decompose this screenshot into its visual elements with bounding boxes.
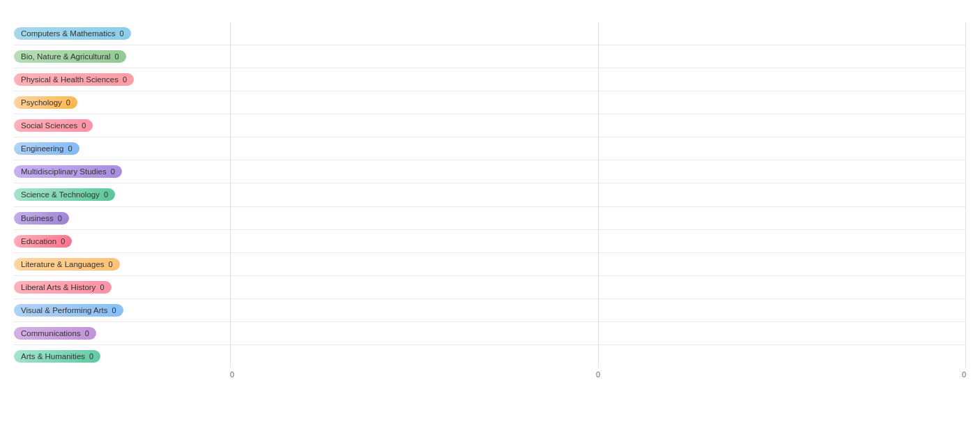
bar-label-education: Education	[21, 237, 56, 245]
bar-label-bio: Bio, Nature & Agricultural	[21, 52, 110, 61]
label-area: Multidisciplinary Studies0	[14, 165, 230, 178]
bar-pill-communications: Communications0	[14, 327, 96, 340]
bar-label-arts: Arts & Humanities	[21, 352, 85, 361]
bar-pill-psychology: Psychology0	[14, 96, 77, 109]
bar-label-liberal: Liberal Arts & History	[21, 283, 95, 291]
bar-row: Liberal Arts & History0	[14, 276, 966, 299]
x-label-1: 0	[475, 370, 721, 379]
bar-segment-liberal	[230, 278, 966, 297]
bar-row: Social Sciences0	[14, 114, 966, 137]
bar-label-science: Science & Technology	[21, 190, 100, 199]
bar-value-communications: 0	[85, 329, 89, 337]
bar-pill-education: Education0	[14, 235, 72, 248]
bar-segment-literature	[230, 255, 966, 274]
label-area: Communications0	[14, 327, 230, 340]
label-area: Bio, Nature & Agricultural0	[14, 50, 230, 63]
bar-segment-computers	[230, 24, 966, 43]
bar-segment-psychology	[230, 93, 966, 112]
bar-segment-physical	[230, 70, 966, 89]
bar-value-arts: 0	[89, 352, 93, 361]
bar-pill-physical: Physical & Health Sciences0	[14, 73, 134, 86]
bar-row: Literature & Languages0	[14, 253, 966, 276]
bar-row: Engineering0	[14, 137, 966, 160]
bar-segment-social	[230, 116, 966, 135]
bar-label-computers: Computers & Mathematics	[21, 29, 116, 38]
label-area: Education0	[14, 235, 230, 248]
chart-container: Computers & Mathematics0Bio, Nature & Ag…	[0, 0, 980, 440]
bar-label-multidisciplinary: Multidisciplinary Studies	[21, 167, 107, 176]
bar-segment-arts	[230, 347, 966, 366]
bar-segment-bio	[230, 47, 966, 66]
bar-label-psychology: Psychology	[21, 98, 62, 107]
bar-row: Multidisciplinary Studies0	[14, 160, 966, 183]
label-area: Liberal Arts & History0	[14, 281, 230, 294]
bar-value-science: 0	[104, 190, 108, 199]
rows-container: Computers & Mathematics0Bio, Nature & Ag…	[14, 22, 966, 367]
bar-label-visual: Visual & Performing Arts	[21, 306, 107, 314]
bar-segment-visual	[230, 301, 966, 320]
chart-area: Computers & Mathematics0Bio, Nature & Ag…	[14, 22, 966, 379]
bar-pill-science: Science & Technology0	[14, 188, 115, 201]
bar-label-engineering: Engineering	[21, 144, 63, 153]
bar-pill-liberal: Liberal Arts & History0	[14, 281, 112, 294]
bar-pill-visual: Visual & Performing Arts0	[14, 304, 123, 317]
x-label-2: 0	[721, 370, 966, 379]
bar-label-business: Business	[21, 214, 54, 222]
bar-row: Physical & Health Sciences0	[14, 68, 966, 91]
label-area: Arts & Humanities0	[14, 350, 230, 363]
bar-value-literature: 0	[109, 260, 113, 268]
bar-row: Arts & Humanities0	[14, 345, 966, 367]
bar-pill-computers: Computers & Mathematics0	[14, 27, 131, 40]
bar-pill-bio: Bio, Nature & Agricultural0	[14, 50, 126, 63]
bar-label-communications: Communications	[21, 329, 81, 337]
label-area: Visual & Performing Arts0	[14, 304, 230, 317]
label-area: Computers & Mathematics0	[14, 27, 230, 40]
bar-segment-multidisciplinary	[230, 162, 966, 181]
bar-value-engineering: 0	[68, 144, 72, 153]
bar-pill-engineering: Engineering0	[14, 142, 79, 155]
bar-value-bio: 0	[114, 52, 118, 61]
bar-value-liberal: 0	[100, 283, 104, 291]
bar-value-computers: 0	[120, 29, 124, 38]
bar-value-multidisciplinary: 0	[111, 167, 115, 176]
bar-row: Computers & Mathematics0	[14, 22, 966, 45]
bar-row: Bio, Nature & Agricultural0	[14, 45, 966, 68]
bar-segment-engineering	[230, 139, 966, 158]
bar-row: Psychology0	[14, 91, 966, 114]
bar-label-literature: Literature & Languages	[21, 260, 105, 268]
bar-segment-business	[230, 208, 966, 228]
label-area: Literature & Languages0	[14, 258, 230, 271]
bar-pill-social: Social Sciences0	[14, 119, 93, 132]
bar-value-psychology: 0	[66, 98, 70, 107]
bar-label-social: Social Sciences	[21, 121, 77, 130]
bar-pill-literature: Literature & Languages0	[14, 258, 120, 271]
bar-row: Visual & Performing Arts0	[14, 299, 966, 322]
bar-value-physical: 0	[123, 75, 127, 84]
bar-segment-science	[230, 185, 966, 204]
bar-row: Education0	[14, 230, 966, 253]
grid-area: Computers & Mathematics0Bio, Nature & Ag…	[14, 22, 966, 367]
bar-value-education: 0	[61, 237, 65, 245]
bar-value-social: 0	[82, 121, 86, 130]
label-area: Psychology0	[14, 96, 230, 109]
bar-pill-business: Business0	[14, 212, 69, 225]
label-area: Social Sciences0	[14, 119, 230, 132]
bar-row: Science & Technology0	[14, 183, 966, 206]
label-area: Business0	[14, 212, 230, 225]
bar-label-physical: Physical & Health Sciences	[21, 75, 118, 84]
x-axis: 000	[14, 370, 966, 379]
label-area: Science & Technology0	[14, 188, 230, 201]
bar-pill-arts: Arts & Humanities0	[14, 350, 100, 363]
label-area: Engineering0	[14, 142, 230, 155]
bar-segment-education	[230, 232, 966, 251]
bar-segment-communications	[230, 324, 966, 343]
bar-pill-multidisciplinary: Multidisciplinary Studies0	[14, 165, 122, 178]
x-label-0: 0	[230, 370, 475, 379]
bar-row: Communications0	[14, 322, 966, 345]
bar-value-business: 0	[58, 214, 62, 222]
bar-value-visual: 0	[112, 306, 116, 314]
label-area: Physical & Health Sciences0	[14, 73, 230, 86]
bar-row: Business0	[14, 207, 966, 230]
